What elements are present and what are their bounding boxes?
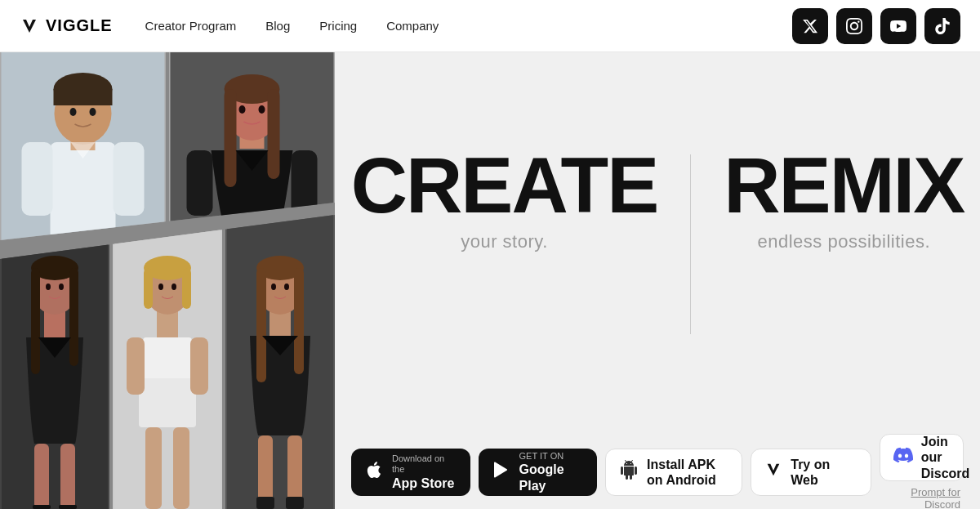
svg-point-29 — [46, 284, 51, 290]
twitter-icon[interactable] — [792, 8, 828, 44]
svg-rect-21 — [292, 150, 318, 216]
svg-rect-53 — [256, 268, 266, 382]
hero-right: CREATE your story. REMIX endless possibi… — [335, 52, 980, 509]
svg-rect-48 — [190, 337, 208, 395]
prompt-discord-link[interactable]: Prompt for Discord — [880, 486, 964, 509]
hero-create-sub: your story. — [461, 231, 548, 252]
nav-blog[interactable]: Blog — [265, 19, 290, 33]
hero-section: CREATE your story. REMIX endless possibi… — [0, 52, 980, 509]
hero-text-area: CREATE your story. REMIX endless possibi… — [351, 146, 964, 334]
svg-rect-37 — [139, 378, 196, 427]
youtube-icon[interactable] — [880, 8, 916, 44]
svg-rect-32 — [60, 444, 75, 509]
svg-point-8 — [90, 108, 96, 116]
svg-rect-36 — [143, 337, 192, 382]
google-play-large: Google Play — [519, 462, 585, 493]
discord-icon — [893, 445, 913, 470]
android-icon — [619, 460, 639, 484]
svg-rect-20 — [187, 150, 213, 216]
collage-img-male — [0, 52, 166, 240]
svg-rect-26 — [31, 268, 40, 374]
discord-large: Join our Discord — [921, 434, 970, 481]
image-collage — [0, 52, 335, 509]
svg-rect-16 — [268, 89, 280, 179]
collage-top-row — [0, 52, 335, 240]
google-play-text: GET IT ON Google Play — [519, 451, 585, 493]
app-store-large: App Store — [392, 476, 457, 491]
apple-icon — [364, 460, 384, 484]
svg-point-19 — [259, 105, 265, 114]
nav-creator-program[interactable]: Creator Program — [145, 19, 237, 33]
navbar: VIGGLE Creator Program Blog Pricing Comp… — [0, 0, 980, 52]
hero-remix-sub: endless possibilities. — [758, 231, 931, 252]
logo[interactable]: VIGGLE — [20, 16, 113, 36]
social-icons — [792, 8, 960, 44]
hero-create-block: CREATE your story. — [351, 146, 691, 252]
google-play-button[interactable]: GET IT ON Google Play — [479, 449, 598, 496]
apk-large: Install APK on Android — [647, 457, 728, 488]
web-text: Try on Web — [791, 457, 858, 488]
tiktok-icon[interactable] — [924, 8, 960, 44]
logo-text: VIGGLE — [46, 16, 113, 35]
svg-rect-9 — [22, 142, 53, 216]
svg-rect-60 — [256, 497, 274, 509]
collage-img-female-white — [113, 215, 222, 509]
svg-rect-54 — [294, 268, 304, 374]
svg-rect-10 — [114, 142, 145, 216]
svg-rect-47 — [127, 337, 145, 395]
cta-buttons: Download on the App Store GET IT ON Goog… — [335, 435, 980, 509]
viggle-icon — [764, 461, 782, 484]
collage-bottom-row — [0, 215, 335, 509]
svg-rect-61 — [286, 497, 304, 509]
app-store-button[interactable]: Download on the App Store — [351, 449, 470, 496]
try-web-button[interactable]: Try on Web — [751, 449, 871, 496]
svg-rect-15 — [225, 89, 237, 187]
svg-rect-46 — [173, 427, 189, 509]
svg-rect-33 — [33, 505, 51, 509]
svg-point-44 — [172, 284, 176, 290]
web-large: Try on Web — [791, 457, 858, 488]
nav-company[interactable]: Company — [386, 19, 439, 33]
nav-pricing[interactable]: Pricing — [319, 19, 357, 33]
svg-rect-5 — [54, 89, 113, 105]
hero-create-word: CREATE — [351, 146, 658, 225]
collage-img-female-black-dress2 — [225, 215, 335, 509]
svg-point-30 — [59, 284, 64, 290]
discord-text: Join our Discord — [921, 434, 970, 481]
svg-rect-42 — [182, 268, 191, 309]
google-play-small: GET IT ON — [519, 451, 585, 462]
play-icon — [492, 460, 511, 484]
instagram-icon[interactable] — [836, 8, 872, 44]
svg-rect-41 — [144, 268, 153, 309]
app-store-small: Download on the — [392, 453, 457, 475]
discord-area: Join our Discord Prompt for Discord — [880, 434, 964, 509]
svg-point-43 — [158, 284, 163, 290]
install-apk-button[interactable]: Install APK on Android — [605, 449, 742, 496]
nav-links: Creator Program Blog Pricing Company — [145, 19, 792, 33]
collage-img-female-top — [169, 52, 335, 240]
svg-rect-34 — [59, 505, 77, 509]
svg-rect-31 — [34, 444, 49, 509]
collage-img-female-black-dress — [0, 215, 109, 509]
hero-remix-block: REMIX endless possibilities. — [691, 146, 964, 252]
app-store-text: Download on the App Store — [392, 453, 457, 491]
apk-text: Install APK on Android — [647, 457, 728, 488]
hero-remix-word: REMIX — [724, 146, 964, 225]
svg-point-57 — [284, 284, 289, 290]
svg-rect-45 — [145, 427, 162, 509]
svg-point-56 — [271, 284, 276, 290]
svg-point-7 — [70, 108, 77, 116]
svg-point-18 — [239, 105, 246, 114]
discord-button[interactable]: Join our Discord — [880, 434, 964, 481]
svg-rect-27 — [69, 268, 78, 366]
